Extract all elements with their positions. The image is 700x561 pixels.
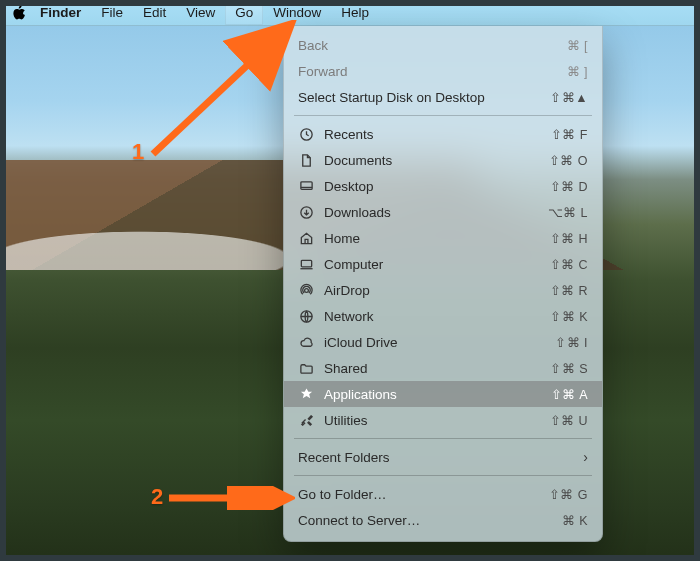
menu-window[interactable]: Window: [263, 0, 331, 25]
menu-item-label: AirDrop: [324, 283, 540, 298]
annotation-number-2: 2: [151, 484, 163, 510]
menu-item-utilities[interactable]: Utilities⇧⌘ U: [284, 407, 602, 433]
menu-item-airdrop[interactable]: AirDrop⇧⌘ R: [284, 277, 602, 303]
menu-item-select-startup-disk[interactable]: Select Startup Disk on Desktop ⇧⌘▲: [284, 84, 602, 110]
menu-item-shortcut: ⇧⌘ U: [550, 413, 589, 428]
home-icon: [298, 231, 314, 246]
chevron-right-icon: ›: [583, 449, 588, 465]
apple-menu-icon[interactable]: [10, 4, 28, 22]
svg-rect-3: [301, 260, 311, 267]
menu-item-shortcut: ⇧⌘ R: [550, 283, 589, 298]
menu-item-computer[interactable]: Computer⇧⌘ C: [284, 251, 602, 277]
menu-item-recent-folders[interactable]: Recent Folders ›: [284, 444, 602, 470]
menu-file[interactable]: File: [91, 0, 133, 25]
menu-item-shortcut: ⇧⌘ S: [550, 361, 588, 376]
menu-item-applications[interactable]: Applications⇧⌘ A: [284, 381, 602, 407]
download-icon: [298, 205, 314, 220]
utilities-icon: [298, 413, 314, 428]
menu-edit[interactable]: Edit: [133, 0, 176, 25]
annotation-number-1: 1: [132, 139, 144, 165]
shared-icon: [298, 361, 314, 376]
svg-point-4: [304, 288, 308, 292]
menu-go[interactable]: Go: [225, 0, 263, 25]
menu-separator: [294, 475, 592, 476]
network-icon: [298, 309, 314, 324]
apps-icon: [298, 387, 314, 402]
menu-item-shortcut: ⇧⌘ K: [550, 309, 588, 324]
menu-item-documents[interactable]: Documents⇧⌘ O: [284, 147, 602, 173]
menu-item-shortcut: ⇧⌘ H: [550, 231, 589, 246]
menu-item-label: Applications: [324, 387, 541, 402]
go-menu-dropdown: Back ⌘ [ Forward ⌘ ] Select Startup Disk…: [283, 26, 603, 542]
menu-item-home[interactable]: Home⇧⌘ H: [284, 225, 602, 251]
document-icon: [298, 153, 314, 168]
menu-separator: [294, 115, 592, 116]
menu-item-label: iCloud Drive: [324, 335, 545, 350]
clock-icon: [298, 127, 314, 142]
menu-item-shortcut: ⌥⌘ L: [548, 205, 588, 220]
menu-item-icloud-drive[interactable]: iCloud Drive⇧⌘ I: [284, 329, 602, 355]
menu-item-connect-to-server[interactable]: Connect to Server… ⌘ K: [284, 507, 602, 533]
desktop-icon: [298, 179, 314, 194]
menu-app-name[interactable]: Finder: [36, 0, 91, 25]
menu-separator: [294, 438, 592, 439]
menu-item-label: Shared: [324, 361, 540, 376]
menu-item-shortcut: ⇧⌘ A: [551, 387, 588, 402]
menu-item-label: Network: [324, 309, 540, 324]
menu-item-back: Back ⌘ [: [284, 32, 602, 58]
menu-item-shortcut: ⇧⌘ C: [550, 257, 589, 272]
menu-item-label: Home: [324, 231, 540, 246]
menu-item-forward: Forward ⌘ ]: [284, 58, 602, 84]
menu-view[interactable]: View: [176, 0, 225, 25]
menu-item-network[interactable]: Network⇧⌘ K: [284, 303, 602, 329]
menu-item-desktop[interactable]: Desktop⇧⌘ D: [284, 173, 602, 199]
menu-item-go-to-folder[interactable]: Go to Folder… ⇧⌘ G: [284, 481, 602, 507]
svg-rect-1: [300, 181, 311, 189]
menu-item-downloads[interactable]: Downloads⌥⌘ L: [284, 199, 602, 225]
menu-item-shortcut: ⇧⌘ O: [549, 153, 588, 168]
computer-icon: [298, 257, 314, 272]
menu-item-label: Computer: [324, 257, 540, 272]
cloud-icon: [298, 335, 314, 350]
menu-help[interactable]: Help: [331, 0, 379, 25]
menu-item-label: Recents: [324, 127, 541, 142]
menu-bar: Finder File Edit View Go Window Help: [0, 0, 700, 26]
menu-item-shared[interactable]: Shared⇧⌘ S: [284, 355, 602, 381]
menu-item-shortcut: ⇧⌘ F: [551, 127, 588, 142]
menu-item-label: Utilities: [324, 413, 540, 428]
menu-item-label: Downloads: [324, 205, 538, 220]
airdrop-icon: [298, 283, 314, 298]
menu-item-shortcut: ⇧⌘ I: [555, 335, 588, 350]
menu-item-recents[interactable]: Recents⇧⌘ F: [284, 121, 602, 147]
menu-item-label: Desktop: [324, 179, 540, 194]
menu-item-label: Documents: [324, 153, 539, 168]
menu-item-shortcut: ⇧⌘ D: [550, 179, 589, 194]
